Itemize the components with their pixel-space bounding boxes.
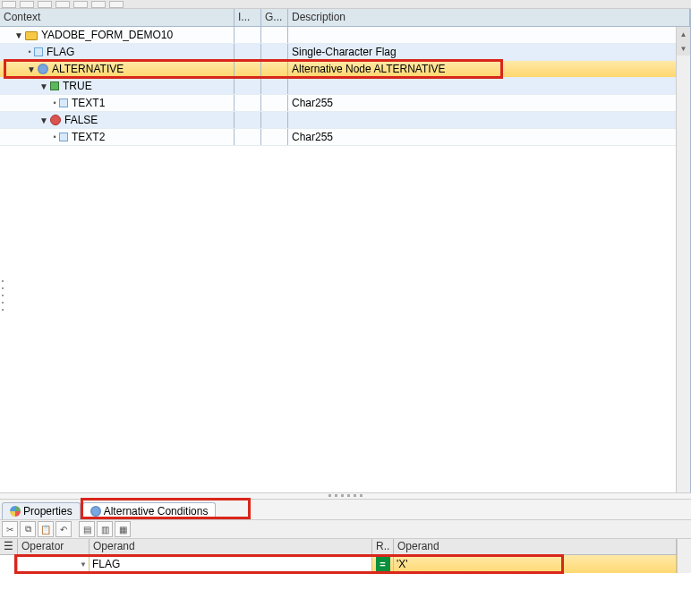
tree-row-true[interactable]: ▼TRUE: [0, 78, 690, 95]
undo-button[interactable]: ↶: [55, 521, 72, 537]
tree-row-text1[interactable]: •TEXT1Char255: [0, 95, 690, 112]
tree-row-false[interactable]: ▼FALSE: [0, 112, 690, 129]
expand-icon[interactable]: ▼: [14, 30, 23, 40]
operand1-value: FLAG: [92, 558, 120, 570]
tab-properties-label: Properties: [23, 505, 73, 518]
panel-resize-handle[interactable]: [0, 278, 5, 313]
column-g[interactable]: G...: [261, 9, 288, 26]
node-label: TRUE: [61, 80, 92, 92]
conditions-toolbar: ✂ ⧉ 📋 ↶ ▤ ▥ ▦: [0, 519, 691, 539]
select-all-button[interactable]: ☰: [0, 539, 18, 554]
alt-icon: [38, 64, 48, 74]
delete-row-button[interactable]: ▥: [97, 521, 113, 537]
context-tree-panel: Context I... G... Description ▼YADOBE_FO…: [0, 9, 691, 492]
false-icon: [50, 115, 61, 125]
true-icon: [50, 81, 59, 90]
relation-cell[interactable]: =: [372, 555, 394, 573]
expand-icon[interactable]: ▼: [39, 81, 48, 91]
column-i[interactable]: I...: [235, 9, 261, 26]
equals-icon: =: [376, 557, 390, 571]
node-label: TEXT1: [70, 97, 105, 109]
field-icon: [34, 47, 43, 56]
tree-row-text2[interactable]: •TEXT2Char255: [0, 129, 690, 146]
tab-alternative-conditions[interactable]: Alternative Conditions: [82, 502, 217, 519]
operand2-value: 'X': [397, 558, 408, 570]
toolbar-button[interactable]: [73, 1, 88, 8]
toolbar-button[interactable]: [2, 1, 16, 8]
bullet-icon: •: [52, 98, 57, 107]
node-description: Alternative Node ALTERNATIVE: [288, 63, 690, 75]
node-description: Char255: [288, 97, 690, 109]
alternative-conditions-icon: [90, 506, 101, 517]
node-label: YADOBE_FORM_DEMO10: [39, 29, 173, 41]
tree-row-root[interactable]: ▼YADOBE_FORM_DEMO10: [0, 27, 690, 44]
cut-button[interactable]: ✂: [2, 521, 18, 537]
expand-icon[interactable]: ▼: [27, 64, 36, 74]
vertical-scrollbar[interactable]: ▲ ▼: [676, 27, 690, 492]
tab-strip: Properties Alternative Conditions: [0, 500, 691, 519]
tree-body: ▼YADOBE_FORM_DEMO10•FLAGSingle-Character…: [0, 27, 690, 492]
horizontal-splitter[interactable]: [0, 492, 691, 500]
expand-icon[interactable]: ▼: [39, 116, 48, 125]
copy-button[interactable]: ⧉: [20, 521, 36, 537]
node-description: Char255: [288, 131, 690, 143]
folder-icon: [25, 31, 38, 40]
tree-row-flag[interactable]: •FLAGSingle-Character Flag: [0, 44, 690, 61]
node-description: Single-Character Flag: [288, 46, 690, 58]
node-label: FALSE: [63, 114, 98, 126]
text-icon: [59, 133, 68, 141]
tree-header: Context I... G... Description: [0, 9, 690, 27]
condition-row[interactable]: ▼ FLAG = 'X': [0, 555, 677, 573]
toolbar-button[interactable]: [91, 1, 106, 8]
node-label: TEXT2: [70, 131, 105, 143]
col-operand2[interactable]: Operand: [394, 539, 677, 554]
col-relation[interactable]: R..: [372, 539, 394, 554]
editor-toolbar: [0, 0, 691, 9]
conditions-header: ☰ Operator Operand R.. Operand: [0, 539, 677, 555]
append-row-button[interactable]: ▦: [115, 521, 131, 537]
tab-alt-cond-label: Alternative Conditions: [104, 505, 209, 518]
toolbar-button[interactable]: [38, 1, 52, 8]
scroll-up-button[interactable]: ▲: [677, 27, 690, 41]
text-icon: [59, 98, 68, 107]
col-operator[interactable]: Operator: [18, 539, 90, 554]
operand1-cell[interactable]: FLAG: [90, 555, 372, 573]
toolbar-button[interactable]: [55, 1, 70, 8]
dropdown-icon[interactable]: ▼: [80, 560, 87, 569]
bullet-icon: •: [52, 133, 57, 141]
operand2-cell[interactable]: 'X': [394, 555, 677, 573]
paste-button[interactable]: 📋: [38, 521, 54, 537]
properties-panel: Properties Alternative Conditions ✂ ⧉ 📋 …: [0, 500, 691, 573]
tab-properties[interactable]: Properties: [2, 502, 81, 519]
scroll-down-button[interactable]: ▼: [677, 41, 690, 56]
node-label: FLAG: [45, 46, 74, 58]
bullet-icon: •: [27, 47, 32, 56]
col-operand1[interactable]: Operand: [90, 539, 372, 554]
properties-icon: [10, 506, 21, 517]
operator-cell[interactable]: ▼: [18, 555, 90, 573]
toolbar-button[interactable]: [109, 1, 124, 8]
row-selector[interactable]: [0, 555, 18, 573]
conditions-scrollbar[interactable]: [677, 539, 691, 573]
node-label: ALTERNATIVE: [50, 63, 124, 75]
toolbar-button[interactable]: [20, 1, 34, 8]
column-description[interactable]: Description: [288, 9, 690, 26]
column-context[interactable]: Context: [0, 9, 235, 26]
insert-row-button[interactable]: ▤: [79, 521, 95, 537]
tree-row-alt[interactable]: ▼ALTERNATIVEAlternative Node ALTERNATIVE: [0, 61, 690, 78]
